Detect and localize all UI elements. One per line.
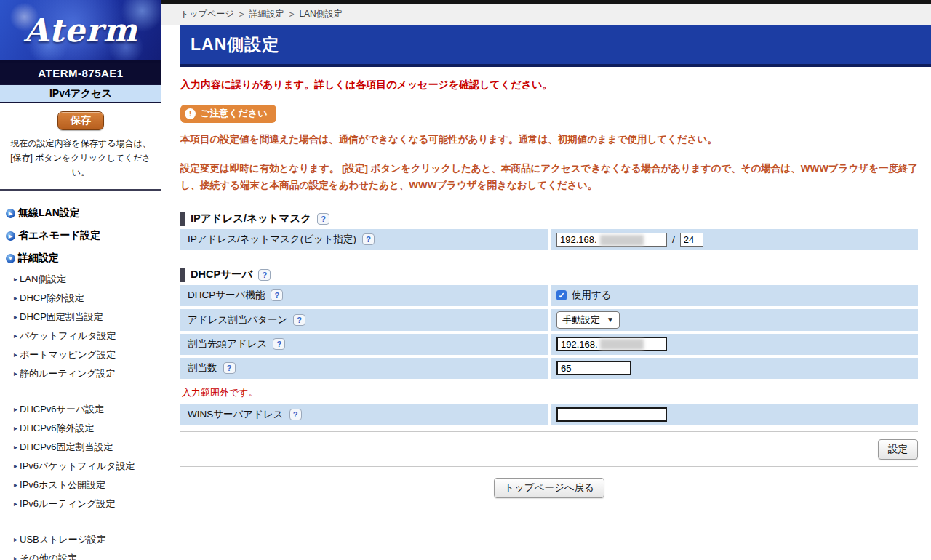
sidebar-item-dhcpv6-exclusion[interactable]: ▸ DHCPv6除外設定 — [14, 422, 159, 435]
help-icon[interactable]: ? — [273, 338, 285, 350]
sub-arrow-icon: ▸ — [14, 370, 17, 377]
sidebar-item-label: DHCPv6除外設定 — [20, 422, 95, 435]
page-title: LAN側設定 — [191, 33, 279, 56]
table-row-start-address: 割当先頭アドレス ? — [180, 334, 918, 355]
main-content: トップページ > 詳細設定 > LAN側設定 LAN側設定 入力内容に誤りがあり… — [161, 0, 931, 560]
sub-arrow-icon: ▸ — [14, 332, 17, 340]
sidebar-item-label: 省エネモード設定 — [18, 229, 100, 242]
sidebar-item-wireless-lan[interactable]: ▶ 無線LAN設定 — [6, 207, 159, 220]
sidebar-item-advanced-settings[interactable]: ▼ 詳細設定 — [6, 252, 159, 265]
menu-gap — [6, 516, 159, 527]
breadcrumb-separator: > — [289, 9, 294, 20]
sidebar-item-label: IPv6ホスト公開設定 — [20, 479, 105, 492]
sub-arrow-icon: ▸ — [14, 500, 17, 508]
sidebar-item-ipv6-routing[interactable]: ▸ IPv6ルーティング設定 — [14, 497, 159, 511]
notice-paragraph-1: 本項目の設定値を間違えた場合は、通信ができなくなる可能性があります。通常は、初期… — [180, 132, 918, 148]
notice-badge: ! ご注意ください — [180, 105, 276, 123]
notice-paragraph-2: 設定変更は即時に有効となります。 [設定] ボタンをクリックしたあと、本商品にア… — [180, 161, 918, 194]
netmask-bits-input[interactable] — [680, 233, 703, 247]
access-mode-band: IPv4アクセス — [0, 84, 161, 103]
sub-arrow-icon: ▸ — [14, 444, 17, 451]
sidebar-item-dhcpv6-fixed-assign[interactable]: ▸ DHCPv6固定割当設定 — [14, 441, 159, 454]
aterm-logo: Aterm — [0, 0, 161, 63]
sidebar-item-dhcp-fixed-assign[interactable]: ▸ DHCP固定割当設定 — [14, 311, 159, 324]
help-icon[interactable]: ? — [223, 362, 236, 374]
section-title-dhcp-server: DHCPサーバ ? — [180, 268, 918, 282]
sidebar-item-label: DHCPv6サーバ設定 — [20, 403, 104, 416]
sidebar-item-label: LAN側設定 — [20, 273, 66, 286]
assign-count-input[interactable] — [556, 361, 631, 375]
sidebar-item-label: 無線LAN設定 — [18, 207, 80, 220]
save-button[interactable]: 保存 — [57, 111, 104, 130]
breadcrumb-top-page[interactable]: トップページ — [180, 8, 233, 20]
sidebar-item-dhcpv6-server[interactable]: ▸ DHCPv6サーバ設定 — [14, 403, 159, 416]
help-icon[interactable]: ? — [271, 289, 283, 301]
table-row-ip-netmask: IPアドレス/ネットマスク(ビット指定) ? / — [180, 229, 918, 250]
row-label-cell: IPアドレス/ネットマスク(ビット指定) ? — [180, 229, 548, 250]
sidebar-item-label: USBストレージ設定 — [20, 533, 106, 546]
bullet-down-icon: ▼ — [6, 254, 15, 263]
sidebar-item-other-settings[interactable]: ▸ その他の設定 — [14, 552, 159, 560]
help-icon[interactable]: ? — [289, 409, 302, 420]
sidebar-item-label: IPv6パケットフィルタ設定 — [20, 460, 135, 473]
help-icon[interactable]: ? — [362, 233, 375, 245]
sidebar-item-static-routing[interactable]: ▸ 静的ルーティング設定 — [14, 367, 159, 380]
section-title-ip-netmask: IPアドレス/ネットマスク ? — [180, 212, 918, 226]
breadcrumb-advanced-settings[interactable]: 詳細設定 — [249, 8, 284, 20]
sidebar-item-label: その他の設定 — [20, 552, 77, 560]
row-label-cell: WINSサーバアドレス ? — [180, 404, 548, 425]
breadcrumb: トップページ > 詳細設定 > LAN側設定 — [161, 4, 931, 25]
sidebar-item-label: 静的ルーティング設定 — [20, 367, 116, 380]
table-row-assign-count: 割当数 ? — [180, 358, 918, 379]
row-label-text: IPアドレス/ネットマスク(ビット指定) — [188, 233, 356, 246]
sidebar-item-label: DHCP固定割当設定 — [20, 311, 103, 324]
sidebar-item-label: IPv6ルーティング設定 — [20, 497, 116, 511]
help-icon[interactable]: ? — [317, 213, 329, 225]
sub-arrow-icon: ▸ — [14, 463, 17, 470]
sub-arrow-icon: ▸ — [14, 536, 17, 543]
row-label-cell: 割当先頭アドレス ? — [180, 334, 548, 355]
section-title-text: DHCPサーバ — [191, 268, 252, 281]
sidebar-item-ipv6-packet-filter[interactable]: ▸ IPv6パケットフィルタ設定 — [14, 460, 159, 473]
sidebar-item-label: ポートマッピング設定 — [20, 348, 116, 361]
row-value-cell — [551, 334, 918, 355]
sub-arrow-icon: ▸ — [14, 295, 17, 302]
help-icon[interactable]: ? — [293, 314, 305, 326]
section-title-text: IPアドレス/ネットマスク — [191, 212, 311, 225]
submit-button[interactable]: 設定 — [878, 439, 918, 460]
save-note: 現在の設定内容を保存する場合は、[保存] ボタンをクリックしてください。 — [6, 137, 156, 180]
row-value-cell: 手動設定 ▼ — [551, 309, 918, 331]
sub-arrow-icon: ▸ — [14, 276, 17, 283]
ip-address-input[interactable] — [556, 233, 667, 247]
row-value-cell — [551, 358, 918, 379]
back-to-top-button[interactable]: トップページへ戻る — [494, 478, 604, 498]
row-value-cell: ✓ 使用する — [551, 285, 918, 306]
sidebar-item-usb-storage[interactable]: ▸ USBストレージ設定 — [14, 533, 159, 546]
back-row: トップページへ戻る — [180, 467, 918, 509]
device-model: ATERM-875AE1 — [38, 67, 123, 79]
sidebar-item-label: DHCPv6固定割当設定 — [20, 441, 113, 454]
start-address-wrap — [556, 337, 667, 351]
sidebar-item-ipv6-host-publish[interactable]: ▸ IPv6ホスト公開設定 — [14, 479, 159, 492]
sub-arrow-icon: ▸ — [14, 425, 17, 432]
sidebar-menu: ▶ 無線LAN設定 ▶ 省エネモード設定 ▼ 詳細設定 ▸ LAN側設定 ▸ D… — [0, 191, 161, 560]
sidebar-item-lan-settings[interactable]: ▸ LAN側設定 — [14, 273, 159, 286]
sidebar-item-packet-filter[interactable]: ▸ パケットフィルタ設定 — [14, 329, 159, 343]
wins-address-input[interactable] — [556, 407, 667, 422]
submit-row: 設定 — [180, 432, 918, 466]
sidebar-item-port-mapping[interactable]: ▸ ポートマッピング設定 — [14, 348, 159, 361]
bullet-right-icon: ▶ — [6, 231, 15, 241]
dhcp-enable-checkbox[interactable]: ✓ — [556, 290, 567, 300]
sidebar-item-label: パケットフィルタ設定 — [20, 329, 116, 343]
sidebar-item-label: 詳細設定 — [18, 252, 59, 265]
start-address-input[interactable] — [556, 337, 667, 351]
sidebar-item-dhcp-exclusion[interactable]: ▸ DHCP除外設定 — [14, 292, 159, 305]
checkbox-label: 使用する — [572, 289, 612, 302]
row-value-cell — [551, 404, 918, 425]
ip-input-wrap — [556, 233, 667, 247]
sidebar-item-eco-mode[interactable]: ▶ 省エネモード設定 — [6, 229, 159, 242]
row-label-cell: アドレス割当パターン ? — [180, 309, 548, 331]
help-icon[interactable]: ? — [258, 269, 271, 281]
breadcrumb-lan-settings[interactable]: LAN側設定 — [299, 8, 342, 20]
address-pattern-select[interactable]: 手動設定 ▼ — [556, 311, 620, 329]
